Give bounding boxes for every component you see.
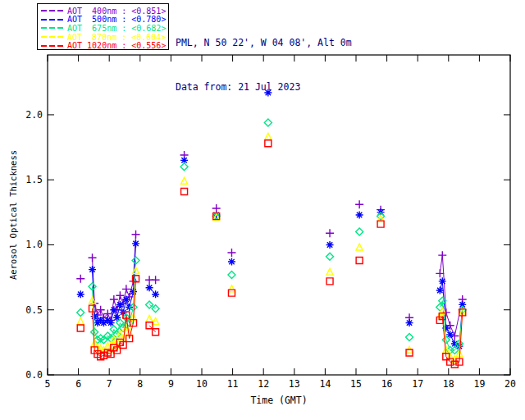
x-tick-label: 14 <box>319 378 331 390</box>
x-tick-label: 17 <box>412 378 423 390</box>
x-tick-label: 7 <box>107 378 112 390</box>
data-point-marker <box>436 269 444 277</box>
data-point-marker <box>116 301 124 308</box>
data-point-marker <box>77 290 84 298</box>
chart-legend: AOT 400nm : <0.851> AOT 500nm : <0.780> … <box>37 3 169 50</box>
data-point-marker <box>153 318 159 325</box>
aot-plot-screen: 5678910111213141516171819200.00.51.01.52… <box>0 0 525 420</box>
data-point-marker <box>146 284 153 291</box>
data-point-marker <box>406 334 413 341</box>
data-point-marker <box>152 290 159 298</box>
data-point-marker <box>355 200 363 208</box>
y-tick-label: 2.0 <box>25 109 43 121</box>
data-point-marker <box>122 285 130 293</box>
x-tick-label: 16 <box>381 378 393 390</box>
data-date: Data from: 21 Jul 2023 <box>176 80 352 94</box>
data-point-marker <box>110 295 118 304</box>
data-point-marker <box>228 258 235 266</box>
data-point-marker <box>152 305 159 313</box>
data-point-marker <box>326 268 333 275</box>
data-point-marker <box>326 241 334 249</box>
x-tick-label: 10 <box>196 378 208 390</box>
y-tick-label: 1.5 <box>25 174 43 185</box>
legend-label-1020nm: AOT 1020nm : <0.556> <box>67 41 166 50</box>
data-point-marker <box>228 285 235 292</box>
data-point-marker <box>436 286 444 294</box>
data-point-marker <box>265 140 272 147</box>
y-tick-label: 0.5 <box>25 304 43 316</box>
data-point-marker <box>146 315 153 322</box>
legend-item-500nm: AOT 500nm : <0.780> <box>38 16 168 25</box>
data-point-marker <box>265 133 272 139</box>
data-point-marker <box>77 325 84 331</box>
data-point-marker <box>77 308 84 316</box>
x-tick-label: 11 <box>227 378 239 390</box>
data-point-marker <box>356 257 363 263</box>
data-point-marker <box>91 313 98 320</box>
legend-line-sample-675nm <box>41 27 63 29</box>
legend-line-sample-500nm <box>41 19 63 21</box>
data-point-marker <box>110 306 117 313</box>
data-point-marker <box>406 319 413 326</box>
x-tick-label: 19 <box>473 378 485 390</box>
x-tick-label: 5 <box>45 378 51 390</box>
data-point-marker <box>227 249 235 257</box>
data-point-marker <box>122 296 130 304</box>
data-point-marker <box>132 231 140 239</box>
data-point-marker <box>89 266 96 273</box>
x-tick-label: 15 <box>350 378 362 390</box>
data-point-marker <box>130 288 137 295</box>
legend-item-675nm: AOT 675nm : <0.682> <box>38 24 168 33</box>
data-point-marker <box>180 163 188 171</box>
data-point-marker <box>438 251 446 259</box>
legend-line-sample-1020nm <box>41 45 63 47</box>
legend-line-sample-400nm <box>41 10 63 11</box>
x-tick-label: 13 <box>289 378 300 390</box>
data-point-marker <box>76 275 84 283</box>
x-tick-label: 9 <box>168 378 174 390</box>
legend-label-870nm: AOT 870nm : <0.604> <box>67 33 166 42</box>
series-aot-500nm <box>77 89 466 349</box>
data-point-marker <box>356 244 363 250</box>
x-axis-title: Time (GMT) <box>250 395 307 406</box>
legend-item-870nm: AOT 870nm : <0.604> <box>38 33 168 42</box>
legend-line-sample-870nm <box>41 36 63 38</box>
data-point-marker <box>326 253 334 260</box>
y-tick-label: 0.0 <box>25 369 43 381</box>
data-point-marker <box>356 228 363 235</box>
data-point-marker <box>439 277 446 285</box>
data-point-marker <box>459 301 466 308</box>
y-axis-title: Aerosol Optical Thickness <box>8 150 18 280</box>
data-point-marker <box>116 291 124 299</box>
x-tick-label: 8 <box>137 378 143 390</box>
y-tick-label: 1.0 <box>25 239 43 250</box>
x-tick-label: 6 <box>75 378 81 390</box>
series-aot-400nm <box>76 151 466 340</box>
data-point-marker <box>146 301 153 308</box>
data-point-marker <box>132 240 139 247</box>
legend-label-500nm: AOT 500nm : <0.780> <box>67 15 166 24</box>
data-point-marker <box>77 318 84 325</box>
legend-item-1020nm: AOT 1020nm : <0.556> <box>38 41 168 50</box>
data-point-marker <box>326 278 333 285</box>
data-point-marker <box>326 229 334 237</box>
chart-header: PML, N 50 22', W 04 08', Alt 0m Data fro… <box>176 6 352 124</box>
data-point-marker <box>356 212 363 219</box>
x-tick-label: 12 <box>258 378 269 390</box>
data-point-marker <box>181 177 188 184</box>
data-point-marker <box>181 188 188 194</box>
data-point-marker <box>228 271 235 278</box>
x-tick-label: 18 <box>443 378 454 390</box>
station-info: PML, N 50 22', W 04 08', Alt 0m <box>176 35 352 50</box>
legend-item-400nm: AOT 400nm : <0.851> <box>38 7 168 16</box>
data-point-marker <box>89 253 97 262</box>
legend-label-675nm: AOT 675nm : <0.682> <box>67 24 166 33</box>
data-point-marker <box>152 276 160 284</box>
legend-label-400nm: AOT 400nm : <0.851> <box>67 7 166 16</box>
x-tick-label: 20 <box>504 378 516 390</box>
